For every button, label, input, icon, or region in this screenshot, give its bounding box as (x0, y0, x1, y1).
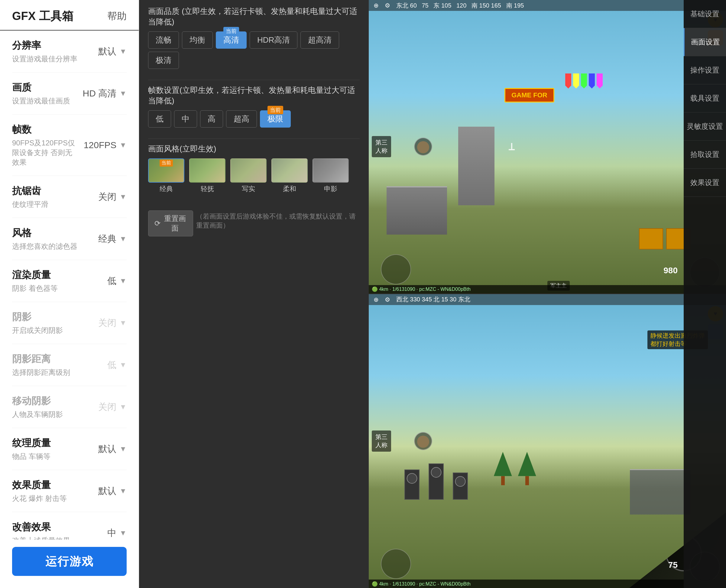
run-button-container: 运行游戏 (0, 540, 139, 588)
setting-item-render_quality[interactable]: 渲染质量 阴影 着色器等 低 ▼ (12, 260, 127, 302)
setting-title-effect_quality: 效果质量 (12, 479, 78, 492)
reset-button[interactable]: ⟳ 重置画面 (148, 210, 193, 236)
setting-item-mobile_shadow[interactable]: 移动阴影 人物及车辆阴影 关闭 ▼ (12, 386, 127, 428)
setting-value-group-improve_effect: 中 ▼ (78, 527, 127, 539)
setting-value-mobile_shadow: 关闭 (98, 401, 116, 413)
setting-desc-graphics: 设置游戏最佳画质 (12, 96, 78, 106)
dropdown-arrow-style[interactable]: ▼ (120, 235, 127, 243)
dropdown-arrow-shadow_distance: ▼ (120, 361, 127, 369)
setting-value-group-mobile_shadow: 关闭 ▼ (78, 401, 127, 413)
joystick-bottom[interactable] (381, 549, 411, 579)
setting-item-effect_quality[interactable]: 效果质量 火花 爆炸 射击等 默认 ▼ (12, 470, 127, 512)
setting-value-shadow: 关闭 (98, 317, 116, 329)
reset-note: （若画面设置后游戏体验不佳，或需恢复默认设置，请重置画面） (196, 212, 360, 230)
joystick-top[interactable] (381, 254, 411, 285)
right-sidebar-tabs: 基础设置画面设置操作设置载具设置灵敏度设置拾取设置效果设置 (684, 0, 726, 588)
quality-btn-流畅[interactable]: 流畅 (148, 31, 179, 49)
sidebar-tab-操作设置[interactable]: 操作设置 (684, 56, 726, 84)
bottom-status-top: 🟢 4km · 1/6131090 · pc:MZC - WN&D00pBth (369, 285, 726, 294)
sidebar-tab-基础设置[interactable]: 基础设置 (684, 0, 726, 28)
setting-desc-style: 选择您喜欢的滤色器 (12, 241, 78, 251)
dropdown-arrow-render_quality[interactable]: ▼ (120, 277, 127, 285)
game-boxes (639, 228, 690, 249)
dropdown-arrow-graphics[interactable]: ▼ (120, 89, 127, 98)
dropdown-arrow-effect_quality[interactable]: ▼ (120, 487, 127, 495)
left-header: GFX 工具箱 帮助 (0, 0, 139, 30)
fps-button-row: 低中高超高当前极限 (148, 110, 360, 128)
setting-value-group-style: 经典 ▼ (78, 233, 127, 245)
sidebar-tab-灵敏度设置[interactable]: 灵敏度设置 (684, 112, 726, 141)
setting-desc-antialiasing: 使纹理平滑 (12, 200, 78, 209)
quality-btn-均衡[interactable]: 均衡 (182, 31, 213, 49)
setting-value-improve_effect: 中 (107, 527, 116, 539)
setting-item-improve_effect[interactable]: 改善效果 改善上述质量效果 中 ▼ (12, 512, 127, 540)
quality-section: 画面品质 (立即生效，若运行卡顿、发热量和耗电量过大可适当降低) 流畅均衡当前高… (148, 6, 360, 69)
setting-item-shadow_distance[interactable]: 阴影距离 选择阴影距离级别 低 ▼ (12, 344, 127, 386)
style-item-写实[interactable]: 写实 (230, 159, 266, 193)
setting-item-resolution[interactable]: 分辨率 设置游戏最佳分辨率 默认 ▼ (12, 30, 127, 72)
quality-btn-HDR高清[interactable]: HDR高清 (250, 31, 297, 49)
settings-overlay: 画面品质 (立即生效，若运行卡顿、发热量和耗电量过大可适当降低) 流畅均衡当前高… (139, 0, 369, 588)
setting-value-render_quality: 低 (107, 275, 116, 287)
setting-title-improve_effect: 改善效果 (12, 521, 78, 534)
fps-btn-低[interactable]: 低 (148, 110, 171, 128)
fps-btn-超高[interactable]: 超高 (226, 110, 257, 128)
setting-desc-shadow_distance: 选择阴影距离级别 (12, 368, 78, 377)
setting-item-graphics[interactable]: 画质 设置游戏最佳画质 HD 高清 ▼ (12, 72, 127, 114)
sidebar-tab-拾取设置[interactable]: 拾取设置 (684, 141, 726, 169)
setting-desc-improve_effect: 改善上述质量效果 (12, 536, 78, 540)
style-item-申影[interactable]: 申影 (313, 159, 349, 193)
dropdown-arrow-resolution[interactable]: ▼ (120, 47, 127, 56)
setting-item-fps[interactable]: 帧数 90FPS及120FPS仅限设备支持 否则无效果 120FPS ▼ (12, 114, 127, 176)
quality-title: 画面品质 (立即生效，若运行卡顿、发热量和耗电量过大可适当降低) (148, 6, 360, 27)
setting-item-style[interactable]: 风格 选择您喜欢的滤色器 经典 ▼ (12, 218, 127, 260)
fps-btn-高[interactable]: 高 (200, 110, 223, 128)
bullet-left-bottom[interactable] (414, 432, 432, 450)
quality-btn-高清[interactable]: 当前高清 (216, 31, 247, 49)
fps-btn-极限[interactable]: 当前极限 (260, 110, 291, 128)
banners (565, 74, 603, 89)
setting-title-render_quality: 渲染质量 (12, 269, 78, 282)
run-game-button[interactable]: 运行游戏 (12, 547, 127, 576)
hud-compass-bottom: 西北 330 345 北 15 30 东北 (396, 295, 470, 303)
style-item-柔和[interactable]: 柔和 (272, 159, 308, 193)
dropdown-arrow-improve_effect[interactable]: ▼ (120, 529, 127, 537)
game-screen-top: ⊕ ⚙ 东北 60 75 东 105 120 南 150 165 南 195 G… (369, 0, 726, 294)
sidebar-tab-效果设置[interactable]: 效果设置 (684, 169, 726, 197)
style-thumb-写实 (230, 159, 266, 183)
style-item-经典[interactable]: 当前 经典 (148, 159, 184, 193)
fps-btn-中[interactable]: 中 (174, 110, 197, 128)
dropdown-arrow-fps[interactable]: ▼ (120, 141, 127, 149)
setting-value-texture_quality: 默认 (98, 443, 116, 455)
sidebar-tab-载具设置[interactable]: 载具设置 (684, 84, 726, 112)
style-item-轻抚[interactable]: 轻抚 (189, 159, 226, 193)
setting-value-group-antialiasing: 关闭 ▼ (78, 191, 127, 203)
style-row: 当前 经典 轻抚 写实 柔和 申影 (148, 159, 360, 193)
setting-item-texture_quality[interactable]: 纹理质量 物品 车辆等 默认 ▼ (12, 428, 127, 470)
setting-value-group-effect_quality: 默认 ▼ (78, 485, 127, 497)
hud-bar-bottom: ⊕ ⚙ 西北 330 345 北 15 30 东北 (369, 294, 726, 305)
setting-item-antialiasing[interactable]: 抗锯齿 使纹理平滑 关闭 ▼ (12, 176, 127, 218)
help-button[interactable]: 帮助 (107, 10, 127, 23)
setting-label-group-resolution: 分辨率 设置游戏最佳分辨率 (12, 39, 78, 64)
quality-btn-极清[interactable]: 极清 (148, 52, 179, 69)
setting-desc-shadow: 开启或关闭阴影 (12, 326, 78, 335)
hud-minimap-icon: ⊕ (373, 2, 379, 9)
dropdown-arrow-texture_quality[interactable]: ▼ (120, 445, 127, 453)
setting-title-fps: 帧数 (12, 123, 78, 136)
left-panel: GFX 工具箱 帮助 分辨率 设置游戏最佳分辨率 默认 ▼ 画质 设置游戏最佳画… (0, 0, 139, 588)
person-view-btn-top[interactable]: 第三人称 (372, 136, 391, 157)
dropdown-arrow-antialiasing[interactable]: ▼ (120, 193, 127, 201)
setting-value-group-texture_quality: 默认 ▼ (78, 443, 127, 455)
setting-item-shadow[interactable]: 阴影 开启或关闭阴影 关闭 ▼ (12, 302, 127, 344)
crosshair-area-top (509, 143, 515, 150)
setting-value-group-render_quality: 低 ▼ (78, 275, 127, 287)
app-title: GFX 工具箱 (12, 8, 73, 24)
sidebar-tab-画面设置[interactable]: 画面设置 (684, 28, 726, 56)
person-view-btn-bottom[interactable]: 第三人称 (372, 430, 391, 451)
setting-desc-render_quality: 阴影 着色器等 (12, 284, 78, 293)
fps-title: 帧数设置(立即生效，若运行卡顿、发热量和耗电量过大可适当降低) (148, 85, 360, 106)
quality-btn-超高清[interactable]: 超高清 (300, 31, 339, 49)
bullet-left-top[interactable] (414, 138, 432, 156)
setting-label-group-improve_effect: 改善效果 改善上述质量效果 (12, 521, 78, 540)
